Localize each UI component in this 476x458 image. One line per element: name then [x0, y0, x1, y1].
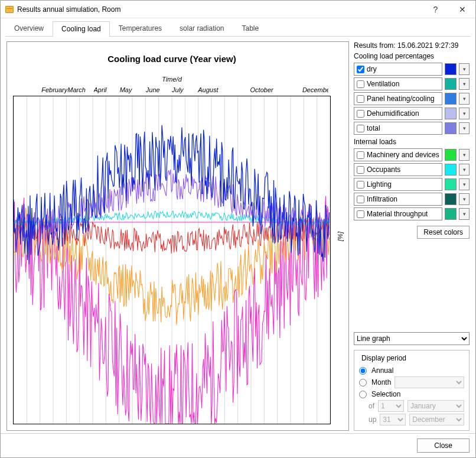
cooling-label: Ventilation: [367, 80, 399, 88]
internal-item: Lighting▾: [354, 178, 470, 191]
group-internal-label: Internal loads: [354, 138, 470, 146]
internal-checkbox-box[interactable]: Machinery and devices: [354, 148, 442, 161]
up-month-select: December: [409, 414, 464, 425]
cooling-label: dry: [367, 65, 377, 73]
radio-month-input[interactable]: [359, 379, 367, 386]
chart-title: Cooling load curve (Year view): [13, 54, 331, 64]
cooling-label: Dehumidification: [367, 109, 419, 118]
tab-table[interactable]: Table: [233, 21, 268, 36]
side-panel: Results from: 15.06.2021 9:27:39 Cooling…: [354, 41, 470, 431]
cooling-checkbox[interactable]: [357, 80, 364, 88]
internal-checkbox-box[interactable]: Lighting: [354, 178, 442, 191]
tab-temperatures[interactable]: Temperatures: [110, 21, 171, 36]
help-button[interactable]: ?: [422, 1, 449, 18]
cooling-item: Panel heating/cooling▾: [354, 92, 470, 105]
month-axis: JanuaryFebruaryMarchAprilMayJuneJulyAugu…: [13, 86, 331, 96]
month-label: March: [67, 86, 93, 93]
color-dropdown[interactable]: ▾: [459, 63, 470, 75]
cooling-label: total: [367, 124, 380, 132]
internal-checkbox[interactable]: [357, 166, 364, 174]
month-label: June: [146, 86, 172, 93]
color-dropdown[interactable]: ▾: [459, 193, 470, 205]
color-dropdown[interactable]: ▾: [459, 164, 470, 176]
month-label: July: [172, 86, 198, 93]
internal-label: Occupants: [367, 165, 400, 174]
color-dropdown[interactable]: ▾: [459, 122, 470, 134]
results-from-value: 15.06.2021 9:27:39: [397, 41, 458, 50]
results-from: Results from: 15.06.2021 9:27:39: [354, 41, 470, 50]
internal-checkbox[interactable]: [357, 151, 364, 159]
cooling-checkbox[interactable]: [357, 125, 364, 132]
color-swatch[interactable]: [445, 164, 457, 176]
dialog-window: Results annual simulation, Room ? ✕ Over…: [0, 0, 476, 458]
display-period-group: Display period Annual Month Selection: [354, 350, 470, 431]
internal-checkbox[interactable]: [357, 210, 364, 218]
content-area: Cooling load curve (Year view) Time/d Ja…: [1, 37, 475, 433]
titlebar: Results annual simulation, Room ? ✕: [1, 1, 475, 18]
color-dropdown[interactable]: ▾: [459, 108, 470, 119]
graph-type-select[interactable]: Line graph: [354, 332, 470, 345]
radio-annual[interactable]: Annual: [359, 366, 464, 375]
radio-month[interactable]: Month: [359, 376, 464, 388]
x-axis-label: Time/d: [13, 76, 331, 83]
results-from-label: Results from:: [354, 41, 396, 50]
range-up-row: up 31 December: [369, 414, 464, 425]
color-swatch[interactable]: [445, 193, 457, 205]
color-swatch[interactable]: [445, 108, 457, 119]
tab-cooling-load[interactable]: Cooling load: [53, 21, 110, 37]
color-swatch[interactable]: [445, 178, 457, 190]
internal-item: Machinery and devices▾: [354, 148, 470, 161]
internal-label: Lighting: [367, 180, 392, 189]
cooling-item: dry▾: [354, 63, 470, 76]
color-dropdown[interactable]: ▾: [459, 78, 470, 90]
tab-bar: Overview Cooling load Temperatures solar…: [5, 21, 471, 37]
radio-selection-input[interactable]: [359, 391, 367, 398]
color-swatch[interactable]: [445, 122, 457, 134]
cooling-checkbox[interactable]: [357, 95, 364, 103]
color-dropdown[interactable]: ▾: [459, 93, 470, 105]
cooling-checkbox-box[interactable]: Panel heating/cooling: [354, 92, 442, 105]
color-dropdown[interactable]: ▾: [459, 149, 470, 161]
color-swatch[interactable]: [445, 93, 457, 105]
tab-overview[interactable]: Overview: [5, 21, 53, 36]
of-day-select: 1: [378, 400, 404, 412]
internal-checkbox[interactable]: [357, 181, 364, 189]
color-dropdown[interactable]: ▾: [459, 208, 470, 220]
window-title: Results annual simulation, Room: [17, 5, 422, 14]
radio-selection[interactable]: Selection: [359, 390, 464, 398]
cooling-checkbox[interactable]: [357, 66, 364, 73]
color-swatch[interactable]: [445, 63, 457, 75]
cooling-checkbox-box[interactable]: dry: [354, 63, 442, 76]
radio-annual-input[interactable]: [359, 367, 367, 375]
color-swatch[interactable]: [445, 149, 457, 161]
cooling-checkbox-box[interactable]: Ventilation: [354, 77, 442, 90]
plot-area[interactable]: [13, 96, 331, 424]
cooling-checkbox-box[interactable]: Dehumidification: [354, 107, 442, 120]
internal-checkbox[interactable]: [357, 196, 364, 203]
close-button[interactable]: Close: [417, 438, 470, 453]
month-label: May: [120, 86, 146, 93]
color-dropdown[interactable]: ▾: [459, 178, 470, 190]
window-close-button[interactable]: ✕: [449, 1, 475, 18]
cooling-item: Dehumidification▾: [354, 107, 470, 120]
internal-label: Infiltration: [367, 195, 397, 203]
month-label: October: [250, 86, 276, 93]
internal-item: Occupants▾: [354, 163, 470, 176]
chart-panel: Cooling load curve (Year view) Time/d Ja…: [6, 41, 349, 431]
of-month-select: January: [407, 400, 464, 412]
internal-item: Material throughput▾: [354, 207, 470, 220]
cooling-checkbox[interactable]: [357, 110, 364, 118]
internal-checkbox-box[interactable]: Occupants: [354, 163, 442, 176]
cooling-checkbox-box[interactable]: total: [354, 122, 442, 135]
internal-item: Infiltration▾: [354, 193, 470, 206]
month-label: August: [198, 86, 224, 93]
internal-checkbox-box[interactable]: Infiltration: [354, 193, 442, 206]
internal-label: Machinery and devices: [367, 151, 439, 159]
month-select: [395, 376, 464, 388]
internal-checkbox-box[interactable]: Material throughput: [354, 207, 442, 220]
color-swatch[interactable]: [445, 208, 457, 220]
cooling-label: Panel heating/cooling: [367, 95, 435, 103]
color-swatch[interactable]: [445, 78, 457, 90]
reset-colors-button[interactable]: Reset colors: [417, 226, 470, 239]
tab-solar-radiation[interactable]: solar radiation: [171, 21, 233, 36]
